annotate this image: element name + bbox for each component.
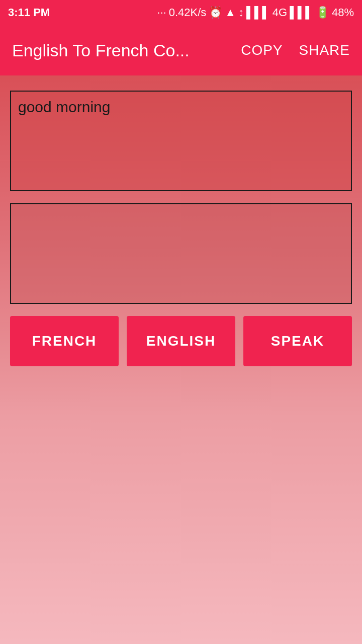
buttons-row: FRENCH ENGLISH SPEAK <box>10 316 352 366</box>
french-button[interactable]: FRENCH <box>10 316 119 366</box>
app-bar-actions: COPY SHARE <box>241 42 350 58</box>
speak-button[interactable]: SPEAK <box>243 316 352 366</box>
copy-button[interactable]: COPY <box>241 42 283 58</box>
input-textarea[interactable]: good morning <box>10 91 352 191</box>
signal-bars-icon: ▌▌▌ <box>290 6 313 19</box>
battery-percent: 48% <box>332 6 354 19</box>
status-time: 3:11 PM <box>8 6 50 19</box>
input-area-container: good morning <box>10 91 352 193</box>
app-bar: English To French Co... COPY SHARE <box>0 25 362 75</box>
main-content: good morning FRENCH ENGLISH SPEAK <box>0 75 362 644</box>
battery-icon: 🔋 <box>316 6 329 19</box>
output-area-container <box>10 203 352 306</box>
wifi-icon: ▲ <box>225 6 236 19</box>
share-button[interactable]: SHARE <box>299 42 350 58</box>
signal-icon: ↕ <box>238 6 244 19</box>
network-speed: 0.42K/s <box>169 6 207 19</box>
output-textarea[interactable] <box>10 203 352 304</box>
status-bar: 3:11 PM ··· 0.42K/s ⏰ ▲ ↕ ▌▌▌ 4G ▌▌▌ 🔋 4… <box>0 0 362 25</box>
network-type: 4G <box>273 6 287 19</box>
status-icons: ··· 0.42K/s ⏰ ▲ ↕ ▌▌▌ 4G ▌▌▌ 🔋 48% <box>157 6 354 19</box>
bars-icon: ▌▌▌ <box>246 6 270 19</box>
dots-icon: ··· <box>157 6 166 19</box>
page-title: English To French Co... <box>12 41 190 60</box>
alarm-icon: ⏰ <box>209 6 222 19</box>
english-button[interactable]: ENGLISH <box>127 316 235 366</box>
